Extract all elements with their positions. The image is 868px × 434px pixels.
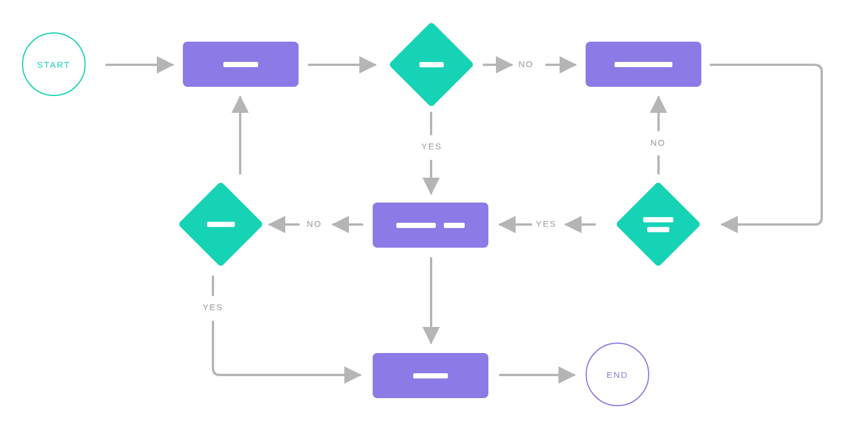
placeholder-bar bbox=[647, 226, 669, 231]
process-4 bbox=[373, 353, 488, 398]
edge-label-d1-yes: YES bbox=[421, 141, 442, 151]
placeholder-bar bbox=[396, 223, 436, 228]
edge-label-d2-no: NO bbox=[650, 138, 666, 148]
terminal-start: START bbox=[22, 32, 86, 96]
process-1 bbox=[183, 42, 299, 87]
terminal-start-label: START bbox=[37, 60, 71, 69]
placeholder-bar bbox=[207, 222, 234, 227]
flowchart-canvas: START END NO YES YES bbox=[0, 0, 868, 434]
process-2 bbox=[586, 42, 701, 87]
edge-label-d2-yes: YES bbox=[536, 219, 557, 229]
edge-label-d3-no: NO bbox=[307, 219, 322, 229]
placeholder-bar bbox=[643, 216, 673, 222]
terminal-end-label: END bbox=[606, 370, 628, 380]
placeholder-bar bbox=[615, 62, 672, 67]
placeholder-bar bbox=[413, 373, 448, 378]
terminal-end: END bbox=[586, 343, 649, 406]
placeholder-bar bbox=[444, 223, 465, 228]
decision-1 bbox=[388, 21, 475, 108]
placeholder-bar bbox=[223, 62, 258, 67]
decision-2 bbox=[615, 181, 701, 267]
placeholder-bar bbox=[419, 62, 443, 67]
decision-3 bbox=[177, 181, 264, 267]
edge-label-d3-yes: YES bbox=[203, 302, 223, 312]
process-3 bbox=[373, 203, 488, 248]
edge-label-d1-no: NO bbox=[518, 59, 534, 69]
